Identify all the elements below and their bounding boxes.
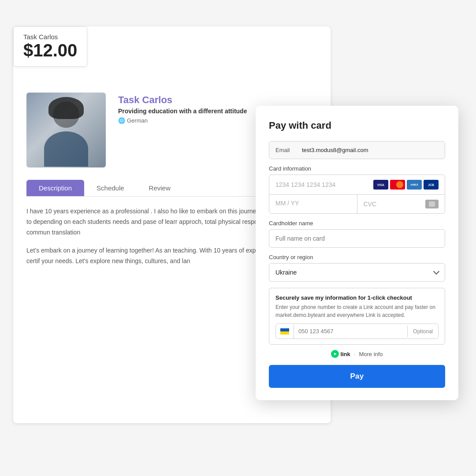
language-icon: 🌐 <box>118 117 125 124</box>
hair-detail <box>48 97 84 119</box>
country-row: Country or region Ukraine <box>269 254 445 282</box>
phone-row: Optional <box>275 324 439 339</box>
flag-prefix[interactable] <box>276 324 294 338</box>
modal-title: Pay with card <box>269 120 445 131</box>
price-badge: Task Carlos $12.00 <box>13 26 87 67</box>
optional-badge: Optional <box>407 326 438 337</box>
cvc-placeholder: CVC <box>364 201 377 208</box>
tab-review[interactable]: Review <box>137 180 183 196</box>
visa-icon: VISA <box>373 180 388 190</box>
country-label: Country or region <box>269 254 445 260</box>
more-info-link[interactable]: More info <box>359 351 383 357</box>
amex-icon: AMEX <box>407 180 422 190</box>
save-info-desc: Enter your phone number to create a Link… <box>275 303 439 319</box>
link-label: link <box>340 351 350 357</box>
instructor-name: Task Carlos <box>118 94 247 106</box>
save-info-box: Securely save my information for 1-click… <box>269 288 445 345</box>
price-badge-label: Task Carlos <box>23 33 77 41</box>
email-row: Email test3.modus8@gmail.com <box>269 141 445 159</box>
cardholder-label: Cardholder name <box>269 220 445 227</box>
jcb-icon: JCB <box>424 180 439 190</box>
pay-button[interactable]: Pay <box>269 365 445 388</box>
payment-modal: Pay with card Email test3.modus8@gmail.c… <box>256 106 458 400</box>
expiry-field[interactable]: MM / YY <box>269 195 357 213</box>
card-info-row: Card information 1234 1234 1234 1234 VIS… <box>269 165 445 214</box>
price-badge-value: $12.00 <box>23 41 77 60</box>
cardholder-input[interactable] <box>269 229 445 248</box>
country-select[interactable]: Ukraine <box>269 263 445 282</box>
mastercard-icon <box>390 180 405 190</box>
instructor-subtitle: Providing education with a different att… <box>118 108 247 115</box>
card-icons: VISA AMEX JCB <box>373 180 439 190</box>
link-logo: link <box>331 350 350 358</box>
instructor-info: Task Carlos Providing education with a d… <box>118 93 247 124</box>
page-scene: Task Carlos Providing education with a d… <box>0 0 476 476</box>
country-value: Ukraine <box>275 269 297 276</box>
instructor-language: 🌐 German <box>118 117 247 124</box>
dot-separator: · <box>354 351 356 357</box>
chevron-down-icon <box>433 268 439 275</box>
card-number-row[interactable]: 1234 1234 1234 1234 VISA AMEX JCB <box>269 175 445 195</box>
email-value: test3.modus8@gmail.com <box>302 147 368 153</box>
language-text: German <box>127 117 148 124</box>
link-play-icon <box>331 350 339 358</box>
expiry-cvc-row: MM / YY CVC <box>269 195 445 213</box>
link-row: link · More info <box>269 350 445 358</box>
phone-input[interactable] <box>294 324 407 338</box>
cardholder-row: Cardholder name <box>269 220 445 248</box>
email-input-group: Email test3.modus8@gmail.com <box>269 141 445 159</box>
card-number-placeholder: 1234 1234 1234 1234 <box>275 181 335 188</box>
tab-description[interactable]: Description <box>26 180 84 196</box>
cvc-chip-icon <box>425 200 439 208</box>
cvc-field[interactable]: CVC <box>357 195 445 213</box>
save-info-title: Securely save my information for 1-click… <box>275 294 439 301</box>
email-display: Email test3.modus8@gmail.com <box>269 141 445 159</box>
ukraine-flag-icon <box>280 328 289 335</box>
instructor-photo <box>26 93 106 167</box>
email-label: Email <box>275 147 302 153</box>
card-input-group: 1234 1234 1234 1234 VISA AMEX JCB MM / Y… <box>269 175 445 214</box>
card-info-label: Card information <box>269 165 445 172</box>
tab-schedule[interactable]: Schedule <box>84 180 137 196</box>
